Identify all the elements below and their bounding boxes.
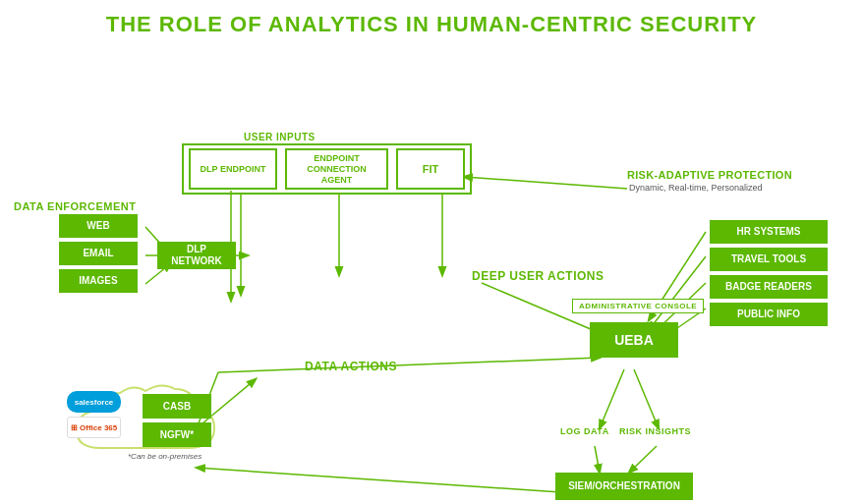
web-box: WEB xyxy=(59,214,138,238)
images-box: IMAGES xyxy=(59,269,138,293)
risk-adaptive-label: RISK-ADAPTIVE PROTECTION xyxy=(627,169,792,181)
public-info-box: PUBLIC INFO xyxy=(710,303,828,326)
office365-logo: ⊞ Office 365 xyxy=(67,417,121,438)
email-box: EMAIL xyxy=(59,242,138,265)
svg-line-16 xyxy=(600,369,624,428)
risk-adaptive-sub: Dynamic, Real-time, Personalized xyxy=(629,183,763,193)
svg-line-19 xyxy=(629,446,657,473)
ueba-box: UEBA xyxy=(590,322,678,358)
svg-line-13 xyxy=(649,256,706,330)
fit-box: FIT xyxy=(396,148,465,190)
travel-tools-box: TRAVEL TOOLS xyxy=(710,248,828,271)
can-be-text: *Can be on-premises xyxy=(128,452,201,461)
svg-line-17 xyxy=(634,369,659,428)
siem-box: SIEM/ORCHESTRATION xyxy=(555,473,693,500)
data-enforcement-label: DATA ENFORCEMENT xyxy=(14,200,137,212)
admin-console-label: ADMINISTRATIVE CONSOLE xyxy=(572,299,704,313)
endpoint-connection-agent-box: ENDPOINT CONNECTION AGENT xyxy=(285,148,388,190)
salesforce-logo: salesforce xyxy=(67,391,121,413)
user-inputs-label: USER INPUTS xyxy=(244,132,316,142)
svg-line-18 xyxy=(595,446,600,473)
dlp-network-box: DLP NETWORK xyxy=(157,242,236,269)
svg-line-20 xyxy=(197,468,560,492)
svg-line-9 xyxy=(218,358,600,372)
casb-box: CASB xyxy=(143,394,211,419)
risk-insights-label: RISK INSIGHTS xyxy=(619,426,691,436)
log-data-label: LOG DATA xyxy=(560,426,609,436)
hr-systems-box: HR SYSTEMS xyxy=(710,220,828,244)
badge-readers-box: BADGE READERS xyxy=(710,275,828,299)
dlp-endpoint-box: DLP ENDPOINT xyxy=(189,148,277,190)
deep-user-actions-label: DEEP USER ACTIONS xyxy=(472,269,604,283)
svg-line-7 xyxy=(464,177,627,189)
main-title: THE ROLE OF ANALYTICS IN HUMAN-CENTRIC S… xyxy=(0,0,863,43)
data-actions-label: DATA ACTIONS xyxy=(305,360,397,373)
ngfw-box: NGFW* xyxy=(143,422,211,447)
